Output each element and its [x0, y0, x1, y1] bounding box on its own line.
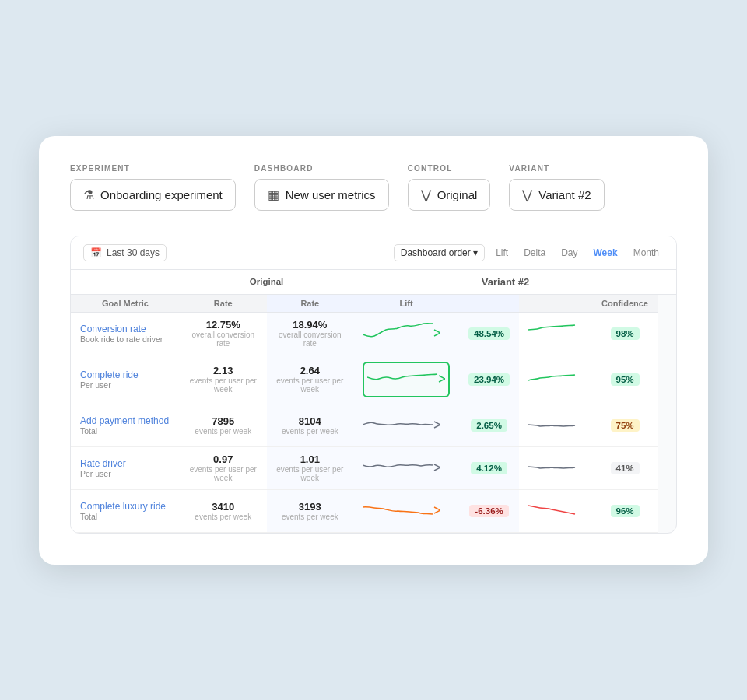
lift-badge-cell: 2.65% [459, 404, 519, 446]
experiment-label: EXPERIMENT [70, 164, 236, 173]
chart-icon: ▦ [268, 187, 279, 202]
dashboard-btn-label: New user metrics [286, 188, 376, 201]
var-rate-value: 18.94% [276, 319, 345, 331]
table-row: Add payment method Total 7895 events per… [71, 404, 676, 446]
table-row: Rate driver Per user 0.97 events per use… [71, 446, 676, 489]
control-button[interactable]: ⋁ Original [408, 179, 491, 211]
var-rate-sub: events per user per week [276, 465, 345, 482]
svg-line-5 [434, 425, 440, 428]
experiment-button[interactable]: ⚗ Onboarding experiment [70, 179, 236, 211]
orig-rate-cell: 7895 events per week [180, 404, 267, 446]
col-metric [71, 270, 180, 295]
date-range-badge[interactable]: 📅 Last 30 days [83, 244, 167, 261]
confidence-badge: 75% [611, 419, 640, 432]
metric-sub: Total [80, 512, 170, 521]
variant-button[interactable]: ⋁ Variant #2 [509, 179, 604, 211]
dashboard-order-button[interactable]: Dashboard order ▾ [394, 244, 485, 261]
svg-line-2 [439, 376, 445, 379]
calendar-icon: 📅 [90, 247, 102, 258]
dashboard-card: 📅 Last 30 days Dashboard order ▾ Lift De… [70, 236, 677, 534]
svg-line-4 [434, 422, 440, 425]
sub-lift: Lift [353, 294, 459, 312]
dash-toolbar: 📅 Last 30 days Dashboard order ▾ Lift De… [71, 236, 676, 270]
toolbar-right: Dashboard order ▾ Lift Delta Day Week Mo… [394, 244, 664, 261]
sub-var-rate: Rate [267, 294, 354, 312]
orig-rate-value: 12.75% [189, 319, 258, 331]
lift-badge: 4.12% [471, 462, 507, 474]
metric-name: Conversion rate [80, 324, 170, 334]
svg-line-7 [434, 467, 440, 471]
confidence-chart-cell [519, 355, 592, 404]
tab-week[interactable]: Week [589, 246, 622, 260]
sub-chart [459, 294, 519, 312]
lift-chart-cell [353, 489, 459, 532]
var-rate-cell: 1.01 events per user per week [267, 446, 354, 489]
lift-chart-cell [353, 404, 459, 446]
col-variant-header: Variant #2 [353, 270, 658, 295]
col-original-header: Original [180, 270, 353, 295]
lift-badge-cell: 48.54% [459, 312, 519, 355]
tab-lift[interactable]: Lift [491, 246, 513, 260]
orig-rate-sub: events per week [189, 513, 258, 521]
sub-confidence: Confidence [592, 294, 658, 312]
svg-line-8 [434, 507, 440, 510]
metric-sub: Total [80, 426, 170, 436]
confidence-chart-cell [519, 404, 592, 446]
var-rate-value: 1.01 [276, 453, 345, 465]
date-range-text: Last 30 days [107, 247, 160, 258]
confidence-badge-cell: 96% [592, 489, 658, 532]
variant-btn-label: Variant #2 [538, 188, 591, 201]
confidence-badge-cell: 98% [592, 312, 658, 355]
table-row: Complete ride Per user 2.13 events per u… [71, 355, 676, 404]
metric-name: Rate driver [80, 458, 170, 469]
dashboard-col: DASHBOARD ▦ New user metrics [254, 164, 389, 211]
dashboard-button[interactable]: ▦ New user metrics [254, 179, 389, 211]
orig-rate-value: 7895 [189, 415, 258, 427]
lift-chart-cell [353, 446, 459, 489]
main-card: EXPERIMENT ⚗ Onboarding experiment DASHB… [39, 136, 708, 565]
svg-line-6 [434, 464, 440, 467]
confidence-badge-cell: 75% [592, 404, 658, 446]
confidence-badge-cell: 95% [592, 355, 658, 404]
var-rate-cell: 3193 events per week [267, 489, 354, 532]
svg-line-0 [434, 330, 440, 333]
control-col: CONTROL ⋁ Original [408, 164, 491, 211]
orig-rate-value: 2.13 [189, 365, 258, 376]
metric-name-cell: Complete ride Per user [71, 355, 180, 404]
var-rate-value: 2.64 [276, 365, 345, 376]
var-rate-sub: events per week [276, 427, 345, 436]
confidence-badge: 41% [611, 462, 640, 474]
metric-name-cell: Conversion rate Book ride to rate driver [71, 312, 180, 355]
lift-chart-cell [353, 312, 459, 355]
lift-badge: -6.36% [469, 505, 508, 517]
confidence-badge: 96% [611, 505, 640, 517]
orig-rate-cell: 12.75% overall conversion rate [180, 312, 267, 355]
filter-icon: ⋁ [421, 187, 431, 202]
lift-chart-cell [353, 355, 459, 404]
confidence-chart-cell [519, 312, 592, 355]
lift-badge: 2.65% [471, 419, 507, 432]
var-rate-value: 3193 [276, 501, 345, 513]
tab-day[interactable]: Day [556, 246, 582, 260]
orig-rate-cell: 3410 events per week [180, 489, 267, 532]
var-rate-cell: 2.64 events per user per week [267, 355, 354, 404]
lift-badge-cell: 4.12% [459, 446, 519, 489]
selector-row: EXPERIMENT ⚗ Onboarding experiment DASHB… [70, 164, 677, 211]
tab-month[interactable]: Month [629, 246, 664, 260]
var-rate-cell: 18.94% overall conversion rate [267, 312, 354, 355]
variant-col: VARIANT ⋁ Variant #2 [509, 164, 604, 211]
sub-goal-metric: Goal Metric [71, 294, 180, 312]
lift-badge-cell: 23.94% [459, 355, 519, 404]
orig-rate-cell: 0.97 events per user per week [180, 446, 267, 489]
var-rate-sub: events per week [276, 513, 345, 521]
var-rate-sub: overall conversion rate [276, 331, 345, 348]
orig-rate-sub: overall conversion rate [189, 331, 258, 348]
svg-line-1 [434, 333, 440, 336]
col-confidence-header [658, 270, 676, 295]
experiment-col: EXPERIMENT ⚗ Onboarding experiment [70, 164, 236, 211]
confidence-badge: 98% [611, 327, 640, 340]
table-row: Complete luxury ride Total 3410 events p… [71, 489, 676, 532]
control-btn-label: Original [437, 188, 478, 201]
tab-delta[interactable]: Delta [519, 246, 550, 260]
metric-name-cell: Add payment method Total [71, 404, 180, 446]
